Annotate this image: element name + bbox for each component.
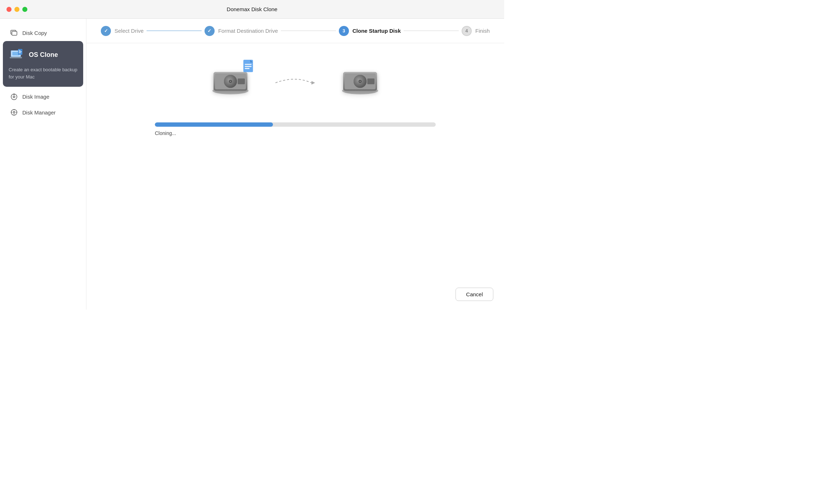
sidebar-os-clone-card[interactable]: OS Clone Create an exact bootable backup… [3, 41, 83, 87]
step-1-label: Select Drive [115, 28, 144, 34]
sidebar-disk-image-label: Disk Image [22, 94, 49, 100]
title-bar: Donemax Disk Clone [0, 0, 504, 19]
sidebar-disk-manager-label: Disk Manager [22, 109, 56, 116]
clone-visual [211, 65, 380, 101]
step-1-circle: ✓ [101, 26, 111, 36]
step-2: ✓ Format Destination Drive [205, 26, 278, 36]
window-title: Donemax Disk Clone [227, 6, 278, 12]
app-body: Disk Copy [0, 19, 504, 310]
svg-rect-29 [245, 64, 252, 65]
progress-bar-fill [155, 122, 273, 127]
os-clone-title: OS Clone [29, 51, 58, 59]
svg-rect-1 [12, 31, 17, 35]
step-4: 4 Finish [462, 26, 490, 36]
minimize-button[interactable] [14, 7, 19, 12]
step-2-label: Format Destination Drive [218, 28, 278, 34]
disk-manager-icon [10, 108, 18, 116]
disk-copy-icon [10, 29, 18, 37]
os-clone-icon [9, 47, 24, 63]
destination-disk-icon [340, 65, 380, 97]
os-clone-header: OS Clone [9, 47, 77, 63]
clone-arrow [272, 74, 319, 92]
progress-label: Cloning... [155, 130, 436, 136]
sidebar: Disk Copy [0, 19, 86, 310]
fullscreen-button[interactable] [22, 7, 27, 12]
step-3-label: Clone Startup Disk [353, 28, 401, 34]
step-1: ✓ Select Drive [101, 26, 144, 36]
destination-disk-container [340, 65, 380, 101]
sidebar-disk-copy-label: Disk Copy [22, 30, 47, 36]
step-bar: ✓ Select Drive ✓ Format Destination Driv… [86, 19, 504, 43]
close-button[interactable] [6, 7, 12, 12]
source-disk-container [211, 65, 250, 101]
sidebar-item-disk-image[interactable]: Disk Image [3, 89, 83, 104]
content-area: Cloning... [86, 43, 504, 310]
svg-rect-41 [367, 78, 374, 84]
svg-point-14 [13, 112, 15, 113]
step-3-circle: 3 [339, 26, 349, 36]
progress-section: Cloning... [155, 122, 436, 136]
sidebar-item-disk-copy[interactable]: Disk Copy [3, 25, 83, 40]
svg-rect-12 [14, 94, 15, 95]
step-connector-2-3 [281, 31, 336, 31]
step-4-circle: 4 [462, 26, 472, 36]
footer: Cancel [456, 288, 493, 301]
svg-rect-5 [10, 57, 22, 58]
svg-point-26 [230, 81, 231, 82]
document-badge-icon [243, 60, 255, 74]
svg-rect-8 [19, 51, 22, 52]
os-clone-description: Create an exact bootable backup for your… [9, 66, 77, 80]
svg-point-11 [13, 96, 15, 98]
svg-marker-32 [311, 81, 315, 85]
disk-image-icon [10, 93, 18, 100]
svg-rect-9 [19, 53, 21, 53]
step-connector-1-2 [147, 31, 202, 31]
traffic-lights [6, 7, 27, 12]
svg-rect-31 [245, 68, 250, 69]
step-2-circle: ✓ [205, 26, 215, 36]
svg-point-40 [359, 81, 361, 82]
step-connector-3-4 [404, 31, 459, 31]
svg-rect-30 [245, 66, 252, 67]
step-4-label: Finish [475, 28, 490, 34]
cancel-button[interactable]: Cancel [456, 288, 493, 301]
main-content: ✓ Select Drive ✓ Format Destination Driv… [86, 19, 504, 310]
progress-bar-track [155, 122, 436, 127]
sidebar-item-disk-manager[interactable]: Disk Manager [3, 105, 83, 120]
svg-rect-27 [238, 78, 245, 84]
step-3: 3 Clone Startup Disk [339, 26, 401, 36]
